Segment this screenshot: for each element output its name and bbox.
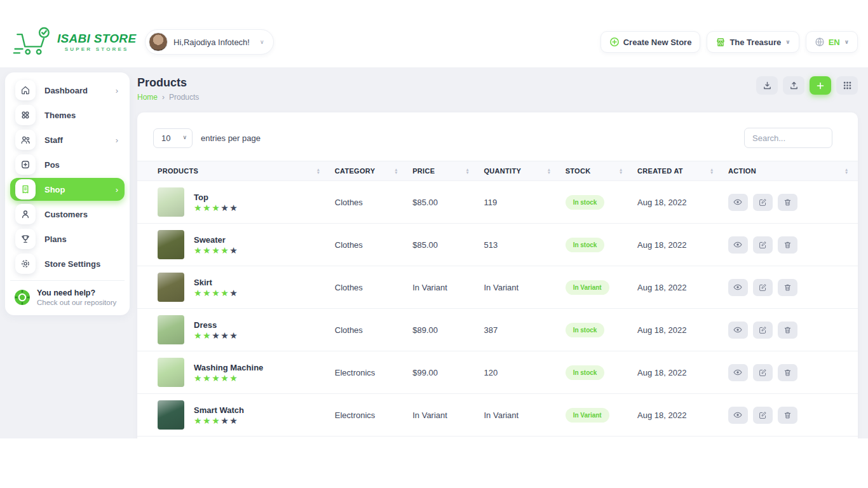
export-button[interactable] xyxy=(756,76,778,95)
created-cell: Aug 18, 2022 xyxy=(632,266,723,309)
eye-icon xyxy=(733,198,742,207)
stock-cell: In stock xyxy=(560,181,632,224)
stock-cell: In Variant xyxy=(560,394,632,437)
table-row: Top ★★★★★ Clothes $85.00 119 In stock Au… xyxy=(137,181,858,224)
main-content: Products Home › Products xyxy=(137,67,868,438)
quantity-cell: 513 xyxy=(479,224,560,266)
edit-button[interactable] xyxy=(753,279,773,296)
delete-button[interactable] xyxy=(778,194,797,211)
breadcrumb-home[interactable]: Home xyxy=(137,93,158,102)
stock-badge: In stock xyxy=(566,195,605,210)
sort-icon: ▴▾ xyxy=(317,168,320,175)
quantity-cell: 387 xyxy=(479,437,560,439)
delete-button[interactable] xyxy=(778,279,797,296)
sort-icon: ▴▾ xyxy=(620,168,622,175)
products-table-body: Top ★★★★★ Clothes $85.00 119 In stock Au… xyxy=(137,181,858,439)
store-switcher[interactable]: The Treasure ∨ xyxy=(707,31,799,53)
eye-icon xyxy=(733,410,742,419)
language-label: EN xyxy=(829,37,840,47)
delete-button[interactable] xyxy=(778,364,797,381)
import-button[interactable] xyxy=(783,76,804,95)
price-cell: $89.00 xyxy=(407,309,478,351)
delete-button[interactable] xyxy=(778,322,797,339)
column-stock[interactable]: STOCK▴▾ xyxy=(560,161,632,181)
products-table: PRODUCTS▴▾ CATEGORY▴▾ PRICE▴▾ QUANTITY▴▾… xyxy=(137,161,858,438)
edit-button[interactable] xyxy=(753,364,773,381)
page-toolbar xyxy=(756,76,858,95)
view-button[interactable] xyxy=(728,236,748,254)
quantity-cell: In Variant xyxy=(479,394,560,437)
trash-icon xyxy=(783,198,792,207)
product-name: Top xyxy=(194,193,238,202)
sidebar-item-dashboard[interactable]: Dashboard › xyxy=(10,79,125,102)
column-category[interactable]: CATEGORY▴▾ xyxy=(330,161,407,181)
sort-icon: ▴▾ xyxy=(845,168,848,175)
sidebar-item-themes[interactable]: Themes xyxy=(10,104,125,126)
action-cell xyxy=(723,266,858,309)
table-row: Sweater ★★★★★ Clothes $85.00 513 In stoc… xyxy=(137,224,858,266)
sidebar-item-pos[interactable]: Pos xyxy=(10,153,125,176)
edit-button[interactable] xyxy=(753,322,773,339)
trash-icon xyxy=(783,241,792,249)
search-input[interactable] xyxy=(744,128,832,148)
column-price[interactable]: PRICE▴▾ xyxy=(407,161,478,181)
quantity-cell: In Variant xyxy=(479,266,560,309)
view-button[interactable] xyxy=(728,364,748,381)
price-cell: In Variant xyxy=(407,266,478,309)
sidebar-item-store-settings[interactable]: Store Settings xyxy=(10,252,125,275)
entries-select[interactable]: 10 xyxy=(153,128,193,148)
edit-icon xyxy=(759,241,767,249)
edit-icon xyxy=(759,411,767,419)
create-store-button[interactable]: Create New Store xyxy=(600,31,701,53)
product-image xyxy=(158,230,184,259)
product-name: Skirt xyxy=(194,278,238,287)
delete-button[interactable] xyxy=(778,236,797,254)
brand-logo[interactable]: ISABI STORE SUPER STORES xyxy=(13,27,145,57)
sidebar-item-shop[interactable]: Shop › xyxy=(10,178,125,201)
chevron-right-icon: › xyxy=(116,86,118,95)
price-cell: $85.00 xyxy=(407,181,478,224)
category-cell: Clothes xyxy=(330,266,407,309)
avatar xyxy=(149,32,168,51)
column-created-at[interactable]: CREATED AT▴▾ xyxy=(632,161,723,181)
price-cell: $99.00 xyxy=(407,351,478,394)
product-cell: Smart Watch ★★★★★ xyxy=(137,394,330,437)
sidebar-item-customers[interactable]: Customers xyxy=(10,203,125,226)
delete-button[interactable] xyxy=(778,407,797,424)
view-button[interactable] xyxy=(728,407,748,424)
table-controls: 10 ∨ entries per page xyxy=(137,112,858,161)
edit-button[interactable] xyxy=(753,194,773,211)
user-menu[interactable]: Hi,Rajodiya Infotech! ∨ xyxy=(145,29,274,55)
sidebar-item-plans[interactable]: Plans xyxy=(10,227,125,250)
view-button[interactable] xyxy=(728,322,748,339)
view-button[interactable] xyxy=(728,194,748,211)
column-action[interactable]: ACTION▴▾ xyxy=(723,161,858,181)
category-cell: Electronics xyxy=(330,437,407,439)
add-product-button[interactable] xyxy=(810,76,831,95)
edit-button[interactable] xyxy=(753,236,773,254)
column-quantity[interactable]: QUANTITY▴▾ xyxy=(479,161,560,181)
quantity-cell: 387 xyxy=(479,309,560,351)
grid-view-button[interactable] xyxy=(836,76,858,95)
language-switcher[interactable]: EN ∨ xyxy=(806,31,858,53)
product-name: Smart Watch xyxy=(194,405,244,415)
stock-badge: In stock xyxy=(566,323,605,337)
app: ISABI STORE SUPER STORES Hi,Rajodiya Inf… xyxy=(0,0,868,488)
product-cell: Sweater ★★★★★ xyxy=(137,224,330,266)
product-image xyxy=(158,400,184,430)
view-button[interactable] xyxy=(728,279,748,296)
category-cell: Electronics xyxy=(330,394,407,437)
help-link[interactable]: Check out our repository xyxy=(37,299,116,306)
price-cell: $89.00 xyxy=(407,437,478,439)
edit-button[interactable] xyxy=(753,407,773,424)
sidebar-item-staff[interactable]: Staff › xyxy=(10,128,125,151)
brand-tagline: SUPER STORES xyxy=(57,46,136,52)
category-cell: Clothes xyxy=(330,224,407,266)
entries-label: entries per page xyxy=(201,133,261,143)
stock-badge: In Variant xyxy=(566,408,609,423)
chevron-right-icon: › xyxy=(116,185,118,194)
column-products[interactable]: PRODUCTS▴▾ xyxy=(137,161,330,181)
grid-icon xyxy=(843,81,851,90)
created-cell: Aug 18, 2022 xyxy=(632,224,723,266)
chevron-down-icon: ∨ xyxy=(785,39,790,45)
